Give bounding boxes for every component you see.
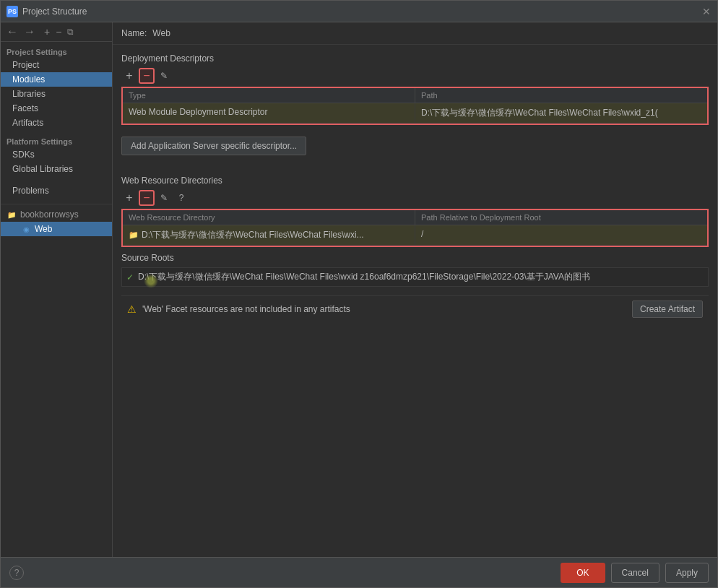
- tree-item-label: bookborrowsys: [20, 209, 79, 220]
- web-resource-dir: 📁 D:\下载与缓存\微信缓存\WeChat Files\WeChat File…: [123, 225, 415, 245]
- remove-web-resource-button[interactable]: −: [139, 190, 155, 206]
- remove-descriptor-button[interactable]: −: [139, 68, 155, 84]
- sidebar-copy-button[interactable]: ⧉: [66, 27, 75, 37]
- close-button[interactable]: ✕: [701, 7, 711, 17]
- project-settings-label: Project Settings: [1, 45, 112, 58]
- warning-bar: ⚠ 'Web' Facet resources are not included…: [121, 295, 709, 322]
- sidebar-item-facets[interactable]: Facets: [1, 101, 112, 116]
- deployment-descriptors-title: Deployment Descriptors: [121, 53, 709, 64]
- app-icon: PS: [7, 6, 18, 17]
- sidebar-item-project[interactable]: Project: [1, 58, 112, 72]
- descriptor-type: Web Module Deployment Descriptor: [123, 103, 415, 123]
- source-roots-title: Source Roots: [121, 253, 709, 263]
- source-root-path: D:\下载与缓存\微信缓存\WeChat Files\WeChat Files\…: [138, 271, 590, 283]
- sidebar-item-modules[interactable]: Modules: [1, 72, 112, 87]
- source-root-item[interactable]: ✓ D:\下载与缓存\微信缓存\WeChat Files\WeChat File…: [121, 267, 709, 287]
- sidebar-item-label: Artifacts: [12, 118, 43, 128]
- descriptor-table-header: Type Path: [123, 88, 707, 103]
- sidebar-item-label: SDKs: [12, 150, 35, 160]
- create-artifact-button[interactable]: Create Artifact: [632, 301, 703, 318]
- sidebar-item-sdks[interactable]: SDKs: [1, 147, 112, 162]
- panel-scroll: Deployment Descriptors + − ✎ Type Path W…: [113, 45, 717, 557]
- edit-descriptor-button[interactable]: ✎: [156, 68, 172, 84]
- warning-text: 'Web' Facet resources are not included i…: [142, 304, 626, 314]
- sidebar-remove-button[interactable]: −: [54, 26, 63, 38]
- tree-item-web[interactable]: ◉ Web: [1, 222, 112, 236]
- checkmark-icon: ✓: [126, 272, 134, 282]
- sidebar-item-label: Problems: [12, 186, 49, 196]
- deployment-toolbar: + − ✎: [121, 68, 709, 84]
- edit-web-resource-button[interactable]: ✎: [156, 190, 172, 206]
- bottom-buttons: OK Cancel Apply: [561, 563, 709, 583]
- bottom-bar: ? OK Cancel Apply: [1, 557, 717, 587]
- platform-settings-label: Platform Settings: [1, 134, 112, 147]
- dialog: PS Project Structure ✕ ← → + − ⧉ Project…: [0, 0, 718, 588]
- help-button[interactable]: ?: [9, 566, 24, 580]
- source-roots-section: Source Roots ✓ D:\下载与缓存\微信缓存\WeChat File…: [121, 253, 709, 287]
- tree-item-label: Web: [35, 224, 52, 234]
- add-descriptor-button[interactable]: +: [121, 68, 137, 84]
- name-row: Name: Web: [113, 22, 717, 45]
- web-resource-table: Web Resource Directory Path Relative to …: [121, 209, 709, 247]
- web-resource-toolbar: + − ✎ ?: [121, 190, 709, 206]
- sidebar-item-problems[interactable]: Problems: [1, 183, 112, 198]
- warning-icon: ⚠: [127, 303, 137, 315]
- folder-small-icon: 📁: [129, 230, 139, 240]
- apply-button[interactable]: Apply: [665, 563, 709, 583]
- sidebar-add-button[interactable]: +: [43, 26, 51, 38]
- col-path: Path: [415, 88, 707, 103]
- add-web-resource-button[interactable]: +: [121, 190, 137, 206]
- name-value: Web: [152, 28, 170, 38]
- web-resource-relative-path: /: [415, 225, 707, 245]
- ok-button[interactable]: OK: [561, 563, 605, 583]
- web-resource-table-header: Web Resource Directory Path Relative to …: [123, 210, 707, 225]
- help-web-resource-button[interactable]: ?: [173, 190, 189, 206]
- sidebar-item-label: Modules: [12, 74, 45, 85]
- web-resource-table-row[interactable]: 📁 D:\下载与缓存\微信缓存\WeChat Files\WeChat File…: [123, 225, 707, 246]
- tree-item-bookborrowsys[interactable]: 📁 bookborrowsys: [1, 207, 112, 222]
- sidebar-item-label: Libraries: [12, 89, 46, 99]
- sidebar-tree: Project Settings Project Modules Librari…: [1, 42, 112, 557]
- folder-icon: 📁: [7, 209, 17, 220]
- titlebar: PS Project Structure ✕: [1, 1, 717, 22]
- sidebar-item-global-libraries[interactable]: Global Libraries: [1, 162, 112, 176]
- name-label: Name:: [121, 28, 147, 38]
- col-type: Type: [123, 88, 415, 103]
- sidebar-item-label: Project: [12, 60, 39, 70]
- sidebar-item-label: Facets: [12, 103, 38, 113]
- web-module-icon: ◉: [21, 224, 31, 234]
- col-web-dir: Web Resource Directory: [123, 210, 415, 225]
- web-resource-title: Web Resource Directories: [121, 176, 709, 186]
- descriptor-path: D:\下载与缓存\微信缓存\WeChat Files\WeChat Files\…: [415, 103, 707, 123]
- nav-forward-button[interactable]: →: [22, 25, 37, 38]
- dialog-title: Project Structure: [22, 7, 701, 17]
- sidebar: ← → + − ⧉ Project Settings Project Modul…: [1, 22, 113, 557]
- right-panel: Name: Web Deployment Descriptors + − ✎ T…: [113, 22, 717, 557]
- sidebar-item-artifacts[interactable]: Artifacts: [1, 116, 112, 130]
- add-app-server-descriptor-button[interactable]: Add Application Server specific descript…: [121, 137, 306, 155]
- col-relative-path: Path Relative to Deployment Root: [415, 210, 707, 225]
- sidebar-item-libraries[interactable]: Libraries: [1, 87, 112, 101]
- cancel-button[interactable]: Cancel: [611, 563, 659, 583]
- sidebar-item-label: Global Libraries: [12, 164, 73, 174]
- descriptor-table-row[interactable]: Web Module Deployment Descriptor D:\下载与缓…: [123, 103, 707, 124]
- nav-back-button[interactable]: ←: [5, 25, 20, 38]
- nav-toolbar: ← → + − ⧉: [1, 22, 112, 42]
- descriptor-table: Type Path Web Module Deployment Descript…: [121, 87, 709, 125]
- main-content: ← → + − ⧉ Project Settings Project Modul…: [1, 22, 717, 557]
